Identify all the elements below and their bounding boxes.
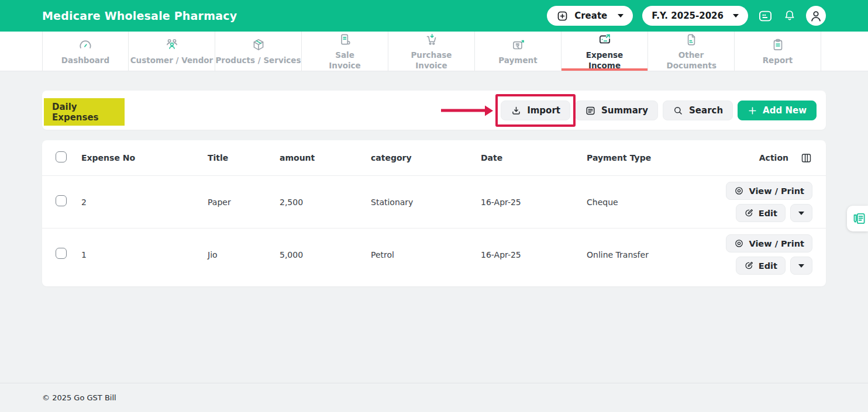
tab-customer-vendor[interactable]: Customer / Vendor — [129, 32, 215, 71]
tab-other-documents[interactable]: Other Documents — [648, 32, 735, 71]
tab-report[interactable]: Report — [735, 32, 821, 71]
toolbar-actions: Import Summary Search — [501, 101, 817, 120]
cube-icon — [251, 37, 266, 53]
row-more-button[interactable] — [790, 204, 812, 222]
caret-down-icon — [798, 264, 804, 268]
col-payment-type: Payment Type — [587, 153, 727, 162]
table-header-row: Expense No Title amount category Date Pa… — [42, 140, 826, 175]
plus-square-icon — [556, 10, 569, 22]
edit-pen-icon — [744, 208, 754, 218]
app-window: Medicare Wholesale Pharmacy Create F.Y. … — [0, 0, 868, 412]
tab-purchase-invoice[interactable]: Purchase Invoice — [388, 32, 475, 71]
expenses-table: Expense No Title amount category Date Pa… — [42, 140, 826, 286]
cell-date: 16-Apr-25 — [481, 250, 587, 259]
tab-products-services[interactable]: Products / Services — [215, 32, 302, 71]
select-all-checkbox[interactable] — [56, 151, 67, 162]
bell-icon[interactable] — [783, 9, 797, 23]
cell-category: Stationary — [371, 198, 481, 207]
cell-category: Petrol — [371, 250, 481, 259]
view-print-button[interactable]: View / Print — [726, 182, 812, 200]
view-eye-icon — [734, 238, 744, 248]
cell-expense-no: 1 — [81, 250, 208, 259]
invoice-icon — [337, 32, 353, 47]
add-new-button[interactable]: Add New — [738, 101, 817, 120]
users-icon — [164, 37, 180, 53]
col-title: Title — [208, 153, 280, 162]
plus-icon — [748, 106, 757, 116]
table-row: 1 Jio 5,000 Petrol 16-Apr-25 Online Tran… — [42, 228, 826, 281]
feedback-pen-icon — [852, 211, 867, 226]
gauge-icon — [78, 37, 93, 53]
search-button[interactable]: Search — [663, 101, 733, 120]
cell-title: Paper — [208, 198, 280, 207]
annotation-arrow — [441, 109, 485, 112]
create-button[interactable]: Create — [547, 6, 633, 26]
col-amount: amount — [280, 153, 371, 162]
cell-title: Jio — [208, 250, 280, 259]
cart-icon — [424, 32, 439, 47]
tab-sale-invoice[interactable]: Sale Invoice — [302, 32, 388, 71]
clipboard-icon — [770, 37, 786, 53]
header-actions: Create F.Y. 2025-2026 — [547, 6, 826, 26]
cell-amount: 5,000 — [280, 250, 371, 259]
columns-icon[interactable] — [800, 152, 812, 164]
summary-list-icon — [585, 105, 596, 116]
app-header: Medicare Wholesale Pharmacy Create F.Y. … — [0, 0, 868, 32]
tab-payment[interactable]: Payment — [475, 32, 562, 71]
row-checkbox[interactable] — [56, 248, 67, 259]
user-avatar[interactable] — [806, 6, 826, 26]
copyright-text: © 2025 Go GST Bill — [42, 393, 116, 402]
row-more-button[interactable] — [790, 257, 812, 275]
download-icon — [511, 105, 522, 116]
rupee-card-icon — [511, 37, 526, 53]
col-category: category — [371, 153, 481, 162]
cell-payment-type: Online Transfer — [587, 250, 727, 259]
search-icon — [673, 105, 684, 116]
cell-expense-no: 2 — [81, 198, 208, 207]
edit-button[interactable]: Edit — [736, 257, 786, 275]
feedback-widget[interactable] — [847, 206, 868, 231]
edit-button[interactable]: Edit — [736, 204, 786, 222]
col-expense-no: Expense No — [81, 153, 208, 162]
cell-date: 16-Apr-25 — [481, 198, 587, 207]
page-title-highlight: Daily Expenses — [44, 98, 125, 126]
row-checkbox[interactable] — [56, 195, 67, 206]
main-nav: Dashboard Customer / Vendor — [0, 32, 868, 71]
summary-button[interactable]: Summary — [575, 101, 658, 120]
wallet-arrow-icon — [597, 32, 612, 47]
cell-payment-type: Cheque — [587, 198, 727, 207]
financial-year-selector[interactable]: F.Y. 2025-2026 — [642, 6, 748, 26]
company-title: Medicare Wholesale Pharmacy — [42, 9, 237, 22]
edit-pen-icon — [744, 261, 754, 271]
tab-dashboard[interactable]: Dashboard — [42, 32, 129, 71]
view-print-button[interactable]: View / Print — [726, 234, 812, 252]
page-footer: © 2025 Go GST Bill — [0, 383, 868, 412]
col-action: Action — [759, 153, 788, 162]
page-title: Daily Expenses — [52, 102, 125, 123]
import-button[interactable]: Import — [501, 101, 570, 120]
table-row: 2 Paper 2,500 Stationary 16-Apr-25 Chequ… — [42, 175, 826, 228]
message-icon[interactable] — [757, 8, 773, 24]
view-eye-icon — [734, 186, 744, 196]
document-icon — [684, 32, 699, 47]
cell-amount: 2,500 — [280, 198, 371, 207]
caret-down-icon — [798, 212, 804, 215]
col-date: Date — [481, 153, 587, 162]
caret-down-icon — [733, 14, 739, 18]
import-annotation-group: Import — [501, 101, 570, 120]
tab-expense-income[interactable]: Expense Income — [562, 32, 648, 71]
toolbar-card: Daily Expenses Import — [42, 91, 826, 130]
caret-down-icon — [618, 14, 624, 18]
